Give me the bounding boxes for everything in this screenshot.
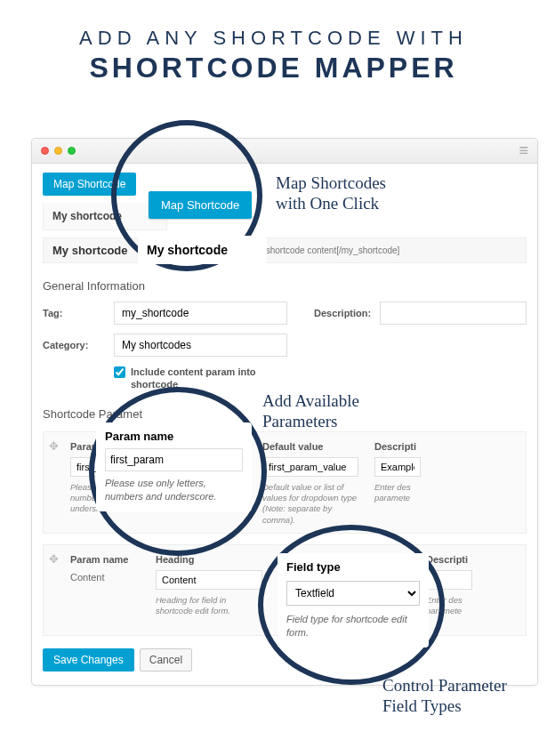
callout-shortcode-title-text: My shortcode [147,243,258,257]
heading-input[interactable] [156,570,262,590]
heading-hint: Heading for field in shortcode edit form… [156,595,262,617]
cancel-button[interactable]: Cancel [140,648,192,672]
callout-param-name-input[interactable] [105,448,243,471]
param-name-value-2: Content [70,570,140,583]
desc-input-2[interactable] [426,570,472,590]
close-icon[interactable] [41,147,49,155]
description-input[interactable] [380,302,527,325]
move-icon[interactable]: ✥ [49,439,59,453]
callout-field-type-title: Field type [286,560,420,574]
shortcode-preview-label: My shortcode [52,244,128,257]
desc-hint-2: Enter des paramete [426,595,472,617]
hero-title: SHORTCODE MAPPER [18,52,529,84]
map-shortcode-button[interactable]: Map Shortcode [43,173,136,196]
annotation-2: Add AvailableParameters [262,391,359,432]
hero-subtitle: ADD ANY SHORTCODE WITH [18,27,529,50]
move-icon[interactable]: ✥ [49,552,59,566]
callout-map-shortcode-button[interactable]: Map Shortcode [149,191,252,219]
description-hint: Enter des paramete [374,482,421,504]
minimize-icon[interactable] [54,147,62,155]
tag-label: Tag: [43,308,105,318]
default-value-header: Default value [262,441,358,452]
param-name-header-2: Param name [70,554,140,565]
callout-param-name-hint: Please use only letters, numbers and und… [105,477,243,504]
annotation-1: Map Shortcodeswith One Click [276,173,386,214]
window-controls [41,147,76,155]
callout-param-name-title: Param name [105,430,243,443]
callout-field-type: Field type Textfield Field type for shor… [278,553,429,647]
category-input[interactable] [114,334,287,357]
default-value-input[interactable] [262,457,358,477]
include-content-label: Include content param into shortcode [131,366,264,391]
general-info-heading: General Information [43,279,527,293]
desc-header-2: Descripti [426,554,472,565]
hamburger-icon[interactable]: ≡ [519,141,528,160]
save-changes-button[interactable]: Save Changes [43,648,134,672]
callout-field-type-select[interactable]: Textfield [286,581,420,606]
description-header: Descripti [374,441,421,452]
shortcode-preview-row: My shortcode am="first_param_value"]My s… [43,237,527,263]
annotation-3: Control ParameterField Types [382,676,507,717]
callout-field-type-hint: Field type for shortcode edit form. [286,613,420,640]
heading-header: Heading [156,554,262,565]
window-titlebar: ≡ [32,139,537,164]
description-input-param[interactable] [374,457,421,477]
description-label: Description: [314,308,371,318]
callout-param-name: Param name Please use only letters, numb… [96,422,252,511]
callout-shortcode-title: My shortcode [138,236,267,264]
maximize-icon[interactable] [68,147,76,155]
default-value-hint: Default value or list of values for drop… [262,482,358,526]
include-content-checkbox[interactable] [114,366,125,378]
tag-input[interactable] [114,302,287,325]
category-label: Category: [43,340,105,350]
